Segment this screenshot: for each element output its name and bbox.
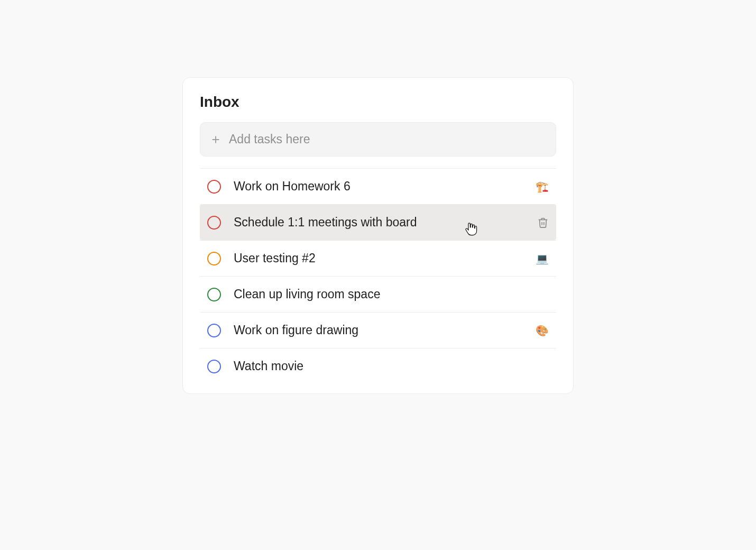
project-tag-icon: 🏗️	[536, 181, 549, 192]
task-row[interactable]: Work on figure drawing 🎨	[200, 312, 556, 348]
inbox-card: Inbox Add tasks here Work on Homework 6 …	[182, 77, 574, 394]
complete-toggle[interactable]	[207, 324, 221, 337]
task-row[interactable]: Watch movie	[200, 348, 556, 384]
task-label: Schedule 1:1 meetings with board	[234, 215, 524, 230]
add-task-input[interactable]: Add tasks here	[200, 122, 556, 157]
plus-icon	[210, 134, 222, 145]
trash-icon[interactable]	[537, 217, 549, 228]
complete-toggle[interactable]	[207, 288, 221, 301]
page-title: Inbox	[200, 94, 556, 111]
task-label: Work on figure drawing	[234, 323, 523, 337]
task-list: Work on Homework 6 🏗️ Schedule 1:1 meeti…	[200, 168, 556, 384]
complete-toggle[interactable]	[207, 360, 221, 373]
complete-toggle[interactable]	[207, 252, 221, 265]
task-label: Watch movie	[234, 359, 536, 373]
complete-toggle[interactable]	[207, 180, 221, 194]
complete-toggle[interactable]	[207, 216, 221, 230]
project-tag-icon: 🎨	[536, 325, 549, 336]
task-row[interactable]: Clean up living room space	[200, 276, 556, 312]
task-label: Work on Homework 6	[234, 179, 523, 194]
task-row[interactable]: User testing #2 💻	[200, 240, 556, 276]
project-tag-icon: 💻	[536, 253, 549, 264]
task-label: User testing #2	[234, 251, 523, 265]
add-task-placeholder: Add tasks here	[229, 132, 310, 146]
task-row[interactable]: Work on Homework 6 🏗️	[200, 168, 556, 204]
task-row[interactable]: Schedule 1:1 meetings with board	[200, 204, 556, 240]
task-label: Clean up living room space	[234, 287, 536, 301]
